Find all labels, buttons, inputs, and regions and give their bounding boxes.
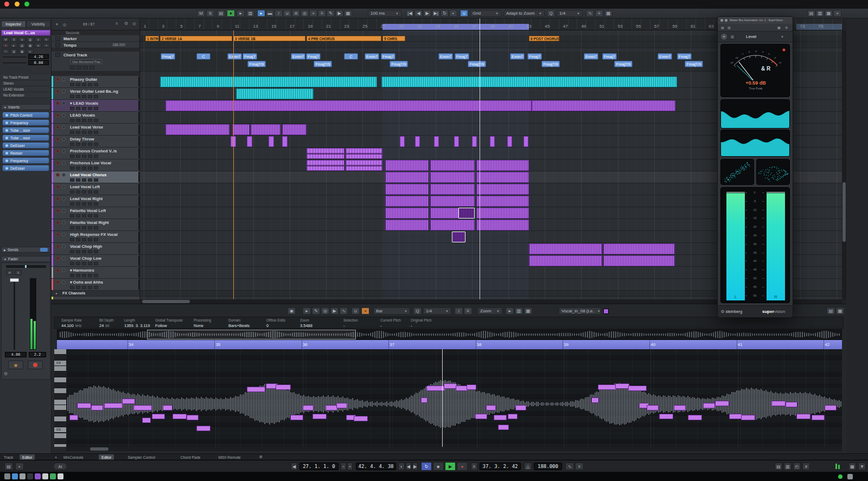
nudge-up-button[interactable]: + [347, 463, 353, 470]
track-mini-button[interactable] [70, 166, 74, 170]
zone-tab-midi-remote[interactable]: MIDI Remote [215, 454, 243, 460]
record-arm-icon[interactable] [56, 233, 60, 236]
chord-event[interactable]: Fmaj7 [306, 53, 321, 60]
track-mini-button[interactable] [94, 131, 98, 134]
inspector-mini-button[interactable]: ≡ [18, 37, 25, 42]
track-mini-button[interactable] [82, 131, 86, 134]
track-mini-button[interactable] [88, 238, 92, 241]
folder-icon[interactable]: ▸ [56, 291, 58, 295]
marker-event[interactable]: 4 PRE CHORUS [307, 36, 381, 41]
track-mini-button[interactable] [70, 131, 74, 134]
track-mini-button[interactable] [94, 95, 98, 98]
acoustic-feedback-button[interactable]: ● [227, 10, 235, 17]
info-value[interactable]: - [411, 323, 412, 328]
record-arm-icon[interactable] [56, 209, 60, 213]
track-row[interactable]: Chord TrackUse Monitored Trac [52, 52, 140, 72]
performance-meter-icon[interactable]: ▤ [4, 463, 13, 470]
gear-icon[interactable]: ⚙ [4, 371, 8, 376]
variaudio-segment[interactable] [187, 415, 199, 420]
variaudio-segment[interactable] [486, 405, 496, 411]
primary-time-display[interactable]: 42. 4. 4. 38 [356, 463, 396, 470]
info-value[interactable]: - [343, 323, 345, 328]
transport-menu-icon[interactable]: ▼ [858, 463, 866, 470]
audio-event[interactable] [430, 196, 475, 207]
editor-hscrollbar-thumb[interactable] [90, 447, 108, 451]
audio-event[interactable] [458, 208, 475, 219]
track-mini-button[interactable] [88, 250, 92, 253]
track-mini-button[interactable] [70, 119, 74, 122]
audio-event[interactable] [430, 160, 475, 171]
track-mini-button[interactable] [94, 202, 98, 206]
module-select[interactable]: Level [746, 34, 756, 39]
editor-tool-1[interactable]: ✎ [312, 307, 320, 315]
track-mini-button[interactable] [88, 274, 92, 277]
record-arm-icon[interactable] [56, 137, 60, 141]
track-name[interactable]: Marker [63, 36, 77, 41]
track-row[interactable]: Marker [52, 35, 140, 42]
audio-event[interactable] [385, 196, 429, 207]
editor-right-1[interactable]: ▦ [836, 307, 844, 315]
audio-event[interactable] [476, 160, 529, 171]
editor-ruler[interactable]: 343536373839404142 [57, 340, 842, 349]
track-mini-button[interactable] [88, 83, 92, 86]
editor-hscrollbar[interactable] [66, 447, 842, 451]
editor-swing-1[interactable]: ≡ [464, 307, 472, 315]
track-mini-button[interactable] [88, 95, 92, 98]
quantize-select[interactable]: 1/4▼ [557, 10, 583, 17]
monitor-icon[interactable] [62, 268, 66, 272]
tool-draw[interactable]: ✎ [327, 10, 335, 17]
variaudio-segment[interactable] [674, 405, 686, 411]
track-type-icon[interactable] [55, 43, 60, 47]
chord-event[interactable]: Emin7 [510, 53, 525, 60]
fader-track[interactable] [14, 278, 15, 350]
close-lower-zone-button[interactable]: × [52, 454, 60, 460]
audio-event[interactable] [529, 255, 602, 266]
pan-readout[interactable]: 0.00 [28, 60, 49, 65]
chord-event[interactable]: Fmaj7 [455, 53, 469, 60]
track-row[interactable]: Phasey Guitar [52, 76, 140, 88]
right-zone-button[interactable]: ▦ [825, 10, 833, 17]
nudge-down-button[interactable]: − [341, 463, 346, 470]
plugin-titlebar[interactable]: Master Bus Automation: Ins. 1 - SuperVis… [718, 17, 793, 24]
track-mini-button[interactable] [88, 286, 92, 289]
track-mini-button[interactable] [88, 107, 92, 110]
audio-event[interactable] [346, 160, 382, 171]
track-row[interactable]: ▾ Harmonies [52, 267, 140, 279]
audio-event[interactable] [490, 136, 495, 147]
track-mini-button[interactable] [94, 262, 98, 265]
variaudio-segment[interactable] [628, 386, 647, 391]
plugin-settings-icon[interactable]: ⚙ [785, 25, 788, 29]
insert-slot[interactable]: DeEsser [2, 142, 49, 149]
track-row[interactable]: Vocal Chop High [52, 243, 140, 255]
variaudio-segment[interactable] [703, 403, 715, 408]
variaudio-segment[interactable] [825, 405, 837, 411]
chord-event[interactable]: Fmaj7/9 [541, 61, 560, 67]
track-name[interactable]: Verse Guitar Lead Ba..ng [70, 89, 118, 94]
snap-toggle-button[interactable]: ∪ [460, 10, 468, 17]
monitor-icon[interactable] [62, 173, 66, 177]
variaudio-segment[interactable] [290, 415, 303, 420]
secondary-time-display[interactable]: 27. 1. 1. 0 [299, 463, 339, 470]
transport-collapse-icon[interactable]: ▦ [848, 463, 856, 470]
inspector-zone-tab-editor[interactable]: Editor [20, 454, 35, 460]
audio-event[interactable] [381, 76, 677, 87]
track-name[interactable]: Lead Vocal Right [70, 196, 103, 201]
track-row[interactable]: Falsetto Vocal Right [52, 219, 140, 231]
track-mini-button[interactable] [94, 155, 98, 158]
grid-type-select[interactable]: Adapt to Zoom▼ [503, 10, 545, 17]
audio-event[interactable] [165, 124, 229, 135]
track-mini-button[interactable] [94, 190, 98, 194]
transport-right-icon-3[interactable]: # [802, 463, 810, 470]
track-mini-button[interactable] [88, 155, 92, 158]
track-mini-button[interactable] [70, 190, 74, 194]
cycle-button[interactable]: ↻ [421, 462, 432, 471]
insert-slot[interactable]: Reeser [2, 150, 49, 156]
monitor-icon[interactable] [62, 233, 66, 236]
marker-event[interactable]: 2 VERSE 1A [160, 36, 232, 41]
inspector-mini-button[interactable]: S [10, 37, 17, 42]
track-mini-button[interactable] [88, 202, 92, 206]
insert-slot[interactable]: DeEsser [2, 165, 49, 171]
tool-erase[interactable]: ⊘ [292, 10, 300, 17]
track-name[interactable]: FX Channels [62, 291, 85, 295]
audio-event[interactable] [476, 184, 529, 195]
